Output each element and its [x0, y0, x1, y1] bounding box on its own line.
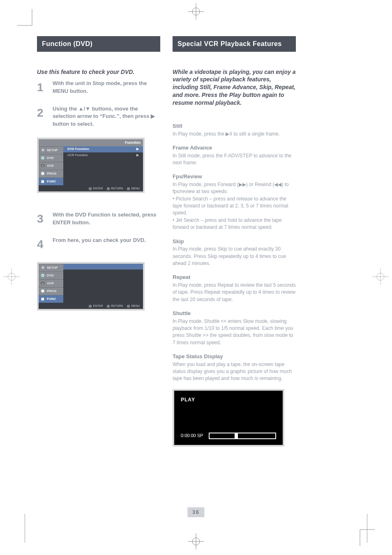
- disc-icon: 💿: [40, 273, 45, 278]
- crop-mark-mid-left: [3, 268, 20, 287]
- osd-foot-return: RETURN: [107, 304, 123, 308]
- osd-tab-vcr: 📼VCR: [39, 279, 63, 287]
- osd-content: DVD Function▶ VCR Function▶: [63, 146, 143, 185]
- intro-right: While a videotape is playing, you can en…: [173, 68, 296, 107]
- section-frame-heading: Frame Advance: [173, 144, 296, 152]
- osd-tab-prog: 🕘PROG: [39, 287, 63, 295]
- section-slow-body: In Play mode, Shuttle << enters Slow mod…: [173, 318, 296, 347]
- tv-counter: 0:00:00 SP: [181, 433, 203, 439]
- osd-tab-setup: ⚙SETUP: [39, 146, 63, 154]
- section-still: Still In Play mode, press the ▶II to sti…: [173, 122, 296, 138]
- step-4-title: From here, you can check your DVD.: [53, 237, 146, 243]
- osd-tab-func: ▦FUNC: [39, 177, 63, 185]
- section-skip-heading: Skip: [173, 238, 296, 245]
- section-tape-heading: Tape Status Display: [173, 353, 296, 360]
- grid-icon: ▦: [40, 179, 45, 184]
- osd-footer: ENTER RETURN MENU: [39, 303, 143, 309]
- grid-icon: ▦: [40, 297, 45, 302]
- registration-mark-top: [188, 3, 204, 22]
- step-4: 4 From here, you can check your DVD.: [37, 237, 160, 252]
- step-number: 1: [37, 80, 51, 95]
- heading-special-vcr: Special VCR Playback Features: [173, 36, 296, 52]
- heading-function-dvd: Function (DVD): [37, 36, 160, 52]
- osd-title: Function: [39, 139, 143, 146]
- section-fwd-heading: Fps/Review: [173, 173, 296, 180]
- osd-menu-function: Function ⚙SETUP 💿DVD 📼VCR 🕘PROG ▦FUNC DV…: [37, 138, 145, 193]
- triangle-right-icon: ▶: [136, 147, 139, 152]
- tv-play-label: PLAY: [181, 396, 276, 403]
- step-number: 2: [37, 105, 51, 121]
- section-repeat-heading: Repeat: [173, 274, 296, 281]
- osd-foot-enter: ENTER: [89, 187, 103, 190]
- section-repeat: Repeat In Play mode, press Repeat to rev…: [173, 274, 296, 303]
- osd-sidebar: ⚙SETUP 💿DVD 📼VCR 🕘PROG ▦FUNC: [39, 146, 63, 185]
- gear-icon: ⚙: [40, 148, 45, 153]
- osd-tab-setup: ⚙SETUP: [39, 264, 63, 272]
- step-2-title: Using the ▲/▼ buttons, move the selectio…: [53, 106, 155, 127]
- osd-tab-dvd: 💿DVD: [39, 154, 63, 162]
- tape-icon: 📼: [40, 281, 45, 286]
- section-repeat-body: In Play mode, press Repeat to review the…: [173, 282, 296, 303]
- osd-foot-enter: ENTER: [89, 304, 103, 308]
- step-1-title: With the unit in Stop mode, press the ME…: [53, 80, 147, 94]
- section-still-heading: Still: [173, 122, 296, 130]
- column-right: Special VCR Playback Features While a vi…: [173, 36, 296, 463]
- tape-icon: 📼: [40, 164, 45, 168]
- osd-option-dvd-function: DVD Function▶: [63, 146, 143, 152]
- section-slow-heading: Shuttle: [173, 310, 296, 317]
- step-1: 1 With the unit in Stop mode, press the …: [37, 80, 160, 95]
- tape-progress-marker: [235, 433, 238, 439]
- crop-mark-top-left: [17, 9, 42, 34]
- tape-status-display: PLAY 0:00:00 SP: [173, 389, 284, 447]
- column-left: Function (DVD) Use this feature to check…: [37, 36, 160, 329]
- crop-edge-left: [25, 514, 25, 543]
- osd-footer: ENTER RETURN MENU: [39, 185, 143, 191]
- triangle-right-icon: ▶: [136, 153, 139, 158]
- crop-edge-right: [367, 514, 367, 543]
- osd-option-vcr-function: VCR Function▶: [63, 152, 143, 159]
- section-frame-body: In Still mode, press the F.ADV/STEP to a…: [173, 152, 296, 167]
- intro-left: Use this feature to check your DVD.: [37, 68, 160, 76]
- registration-mark-bottom: [188, 533, 204, 552]
- osd-content: [63, 264, 143, 303]
- osd-option-blank: [63, 264, 143, 269]
- osd-tab-vcr: 📼VCR: [39, 162, 63, 170]
- tape-progress-bar: [209, 433, 276, 439]
- section-still-body: In Play mode, press the ▶II to still a s…: [173, 131, 296, 138]
- section-fwd-body: In Play mode, press Forward (▶▶) or Rewi…: [173, 181, 296, 231]
- osd-foot-menu: MENU: [127, 187, 140, 190]
- osd-tab-func: ▦FUNC: [39, 295, 63, 303]
- clock-icon: 🕘: [40, 171, 45, 176]
- step-number: 4: [37, 237, 51, 252]
- disc-icon: 💿: [40, 156, 45, 161]
- section-skip-body: In Play mode, press Skip to cue ahead ex…: [173, 246, 296, 267]
- section-tape-body: When you load and play a tape, the on-sc…: [173, 361, 296, 382]
- osd-foot-menu: MENU: [127, 304, 140, 308]
- section-shuttle: Shuttle In Play mode, Shuttle << enters …: [173, 310, 296, 346]
- section-fps-review: Fps/Review In Play mode, press Forward (…: [173, 173, 296, 231]
- step-number: 3: [37, 211, 51, 227]
- clock-icon: 🕘: [40, 289, 45, 294]
- osd-sidebar: ⚙SETUP 💿DVD 📼VCR 🕘PROG ▦FUNC: [39, 264, 63, 303]
- step-3: 3 With the DVD Function is selected, pre…: [37, 211, 160, 227]
- osd-menu-blank: ⚙SETUP 💿DVD 📼VCR 🕘PROG ▦FUNC ENTER RETUR…: [37, 262, 145, 311]
- osd-tab-dvd: 💿DVD: [39, 272, 63, 279]
- step-3-title: With the DVD Function is selected, press…: [53, 212, 157, 225]
- section-frame-advance: Frame Advance In Still mode, press the F…: [173, 144, 296, 166]
- gear-icon: ⚙: [40, 265, 45, 270]
- osd-tab-prog: 🕘PROG: [39, 170, 63, 177]
- osd-foot-return: RETURN: [107, 187, 123, 190]
- page-number: 36: [187, 507, 204, 517]
- section-skip: Skip In Play mode, press Skip to cue ahe…: [173, 238, 296, 267]
- step-2: 2 Using the ▲/▼ buttons, move the select…: [37, 105, 160, 128]
- crop-mark-mid-right: [372, 268, 389, 287]
- section-tape-status: Tape Status Display When you load and pl…: [173, 353, 296, 382]
- crop-mark-bottom-right: [350, 521, 375, 546]
